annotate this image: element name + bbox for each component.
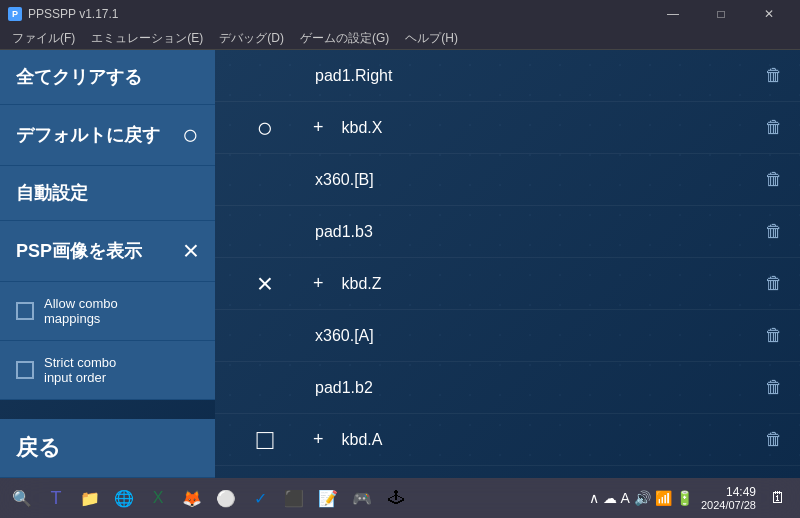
wifi-icon: 📶 [655,490,672,506]
mapping-label: kbd.A [332,431,758,449]
mapping-label: pad1.b3 [305,223,758,241]
strict-combo-area: Strict combo input order [16,355,116,385]
menu-file[interactable]: ファイル(F) [4,28,83,50]
taskbar-icon-firefox[interactable]: 🦊 [178,484,206,512]
taskbar-time[interactable]: 14:49 2024/07/28 [701,485,756,511]
mapping-row: x360.[X] 🗑 [215,466,800,478]
mapping-label: kbd.X [332,119,758,137]
psp-circle-symbol: ○ [257,112,274,144]
strict-combo-checkbox[interactable] [16,361,34,379]
notification-icon[interactable]: 🗓 [764,484,792,512]
delete-button[interactable]: 🗑 [758,476,790,479]
mapping-label: x360.[A] [305,327,758,345]
left-panel: ○ △ □ × ○ ▷ □ △ × 全てクリアする デフォルトに戻す ○ 自動設… [0,50,215,478]
mapping-row: pad1.b2 🗑 [215,362,800,414]
delete-button[interactable]: 🗑 [758,216,790,248]
sys-icons: ∧ ☁ A 🔊 📶 🔋 [589,490,693,506]
taskbar-icon-edge[interactable]: 🌐 [110,484,138,512]
mapping-row: □ + kbd.A 🗑 [215,414,800,466]
up-arrow-icon: ∧ [589,490,599,506]
battery-icon: 🔋 [676,490,693,506]
symbol-area: ○ [225,112,305,144]
delete-button[interactable]: 🗑 [758,268,790,300]
title-bar-left: P PPSSPP v1.17.1 [8,7,119,21]
taskbar-icon-excel[interactable]: X [144,484,172,512]
app-icon: P [8,7,22,21]
back-button[interactable]: 戻る [0,419,215,478]
taskbar-icon-check[interactable]: ✓ [246,484,274,512]
delete-button[interactable]: 🗑 [758,372,790,404]
reset-default-button[interactable]: デフォルトに戻す ○ [0,105,215,166]
time-display: 14:49 [701,485,756,499]
symbol-area: □ [225,424,305,456]
taskbar-icon-folder[interactable]: 📁 [76,484,104,512]
psp-square-symbol: □ [257,424,274,456]
psp-cross-symbol: × [257,268,273,300]
close-button[interactable]: ✕ [746,0,792,28]
plus-sign: + [313,429,324,450]
mapping-row: ○ + kbd.X 🗑 [215,102,800,154]
mapping-label: pad1.Right [305,67,758,85]
search-taskbar-icon[interactable]: 🔍 [8,484,36,512]
mapping-row: x360.[B] 🗑 [215,154,800,206]
date-display: 2024/07/28 [701,499,756,511]
mapping-label: kbd.Z [332,275,758,293]
taskbar-left: 🔍 T 📁 🌐 X 🦊 ⚪ ✓ ⬛ 📝 🎮 🕹 [8,484,410,512]
delete-button[interactable]: 🗑 [758,164,790,196]
symbol-area: × [225,268,305,300]
menu-game-settings[interactable]: ゲームの設定(G) [292,28,397,50]
maximize-button[interactable]: □ [698,0,744,28]
cross-symbol-preview: × [183,235,199,267]
plus-sign: + [313,117,324,138]
taskbar-icon-ppsspp[interactable]: 🎮 [348,484,376,512]
taskbar-icon-notepad[interactable]: 📝 [314,484,342,512]
minimize-button[interactable]: — [650,0,696,28]
delete-button[interactable]: 🗑 [758,424,790,456]
title-bar-controls: — □ ✕ [650,0,792,28]
taskbar-icon-chrome[interactable]: ⚪ [212,484,240,512]
mapping-label: x360.[B] [305,171,758,189]
allow-combo-area: Allow combo mappings [16,296,118,326]
font-icon: A [621,490,630,506]
mapping-row: pad1.Right 🗑 [215,50,800,102]
plus-sign: + [313,273,324,294]
mapping-label: pad1.b2 [305,379,758,397]
speaker-icon: 🔊 [634,490,651,506]
delete-button[interactable]: 🗑 [758,320,790,352]
mapping-row: × + kbd.Z 🗑 [215,258,800,310]
menu-debug[interactable]: デバッグ(D) [211,28,292,50]
title-bar: P PPSSPP v1.17.1 — □ ✕ [0,0,800,28]
menu-bar: ファイル(F) エミュレーション(E) デバッグ(D) ゲームの設定(G) ヘル… [0,28,800,50]
mapping-row: x360.[A] 🗑 [215,310,800,362]
mapping-row: pad1.b3 🗑 [215,206,800,258]
menu-help[interactable]: ヘルプ(H) [397,28,466,50]
circle-symbol-preview: ○ [182,119,199,151]
main-content: ○ △ □ × ○ ▷ □ △ × 全てクリアする デフォルトに戻す ○ 自動設… [0,50,800,478]
taskbar-right: ∧ ☁ A 🔊 📶 🔋 14:49 2024/07/28 🗓 [589,484,792,512]
taskbar-icon-game[interactable]: 🕹 [382,484,410,512]
window-title: PPSSPP v1.17.1 [28,7,119,21]
menu-emulation[interactable]: エミュレーション(E) [83,28,211,50]
taskbar-icon-terminal[interactable]: ⬛ [280,484,308,512]
delete-button[interactable]: 🗑 [758,60,790,92]
show-psp-image-button[interactable]: PSP画像を表示 × [0,221,215,282]
cloud-icon: ☁ [603,490,617,506]
taskbar-icon-teams[interactable]: T [42,484,70,512]
allow-combo-checkbox[interactable] [16,302,34,320]
delete-button[interactable]: 🗑 [758,112,790,144]
taskbar: 🔍 T 📁 🌐 X 🦊 ⚪ ✓ ⬛ 📝 🎮 🕹 ∧ ☁ A 🔊 📶 🔋 14:4… [0,478,800,518]
strict-combo-button[interactable]: Strict combo input order [0,341,215,400]
auto-setup-button[interactable]: 自動設定 [0,166,215,221]
right-panel[interactable]: pad1.Right 🗑 ○ + kbd.X 🗑 x360.[B] 🗑 [215,50,800,478]
clear-all-button[interactable]: 全てクリアする [0,50,215,105]
allow-combo-button[interactable]: Allow combo mappings [0,282,215,341]
